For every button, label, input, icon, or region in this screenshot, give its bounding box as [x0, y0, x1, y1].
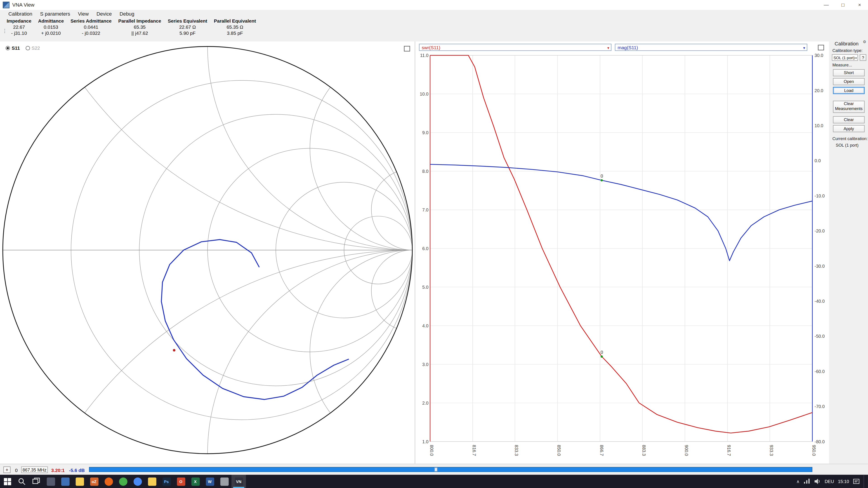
open-button[interactable]: Open: [833, 78, 865, 85]
svg-text:20.0: 20.0: [815, 88, 823, 93]
calibration-sidebar: Calibration ⚙ Calibration type: SOL (1 p…: [830, 39, 868, 464]
current-calibration-label: Current calibration:: [832, 136, 868, 141]
firefox-browser[interactable]: [101, 475, 116, 488]
folder-2[interactable]: [145, 475, 159, 488]
measure-label: Measure...: [832, 63, 852, 68]
close-button[interactable]: ×: [851, 0, 868, 10]
readout-value: - j31.10: [7, 31, 31, 36]
svg-text:5.0: 5.0: [422, 285, 428, 290]
s11-radio[interactable]: S11: [6, 45, 20, 51]
main-area: S11 S22 11.010.09.08.07.06.05.04.03.02.0…: [0, 39, 868, 464]
svg-text:0.0: 0.0: [815, 158, 821, 163]
vna-view-active-icon: VN: [235, 477, 243, 486]
system-tray: ∧ DEU 15:10: [796, 475, 868, 488]
app-icon: [3, 2, 9, 8]
file-explorer-icon: [75, 477, 84, 486]
maximize-button[interactable]: □: [835, 0, 851, 10]
action-center-icon[interactable]: [853, 478, 860, 484]
trace2-label: mag(S11): [618, 45, 638, 50]
language-indicator[interactable]: DEU: [825, 479, 834, 484]
trace1-label: swr(S11): [422, 45, 440, 50]
task-view-button[interactable]: [29, 475, 43, 488]
plot-grid: [430, 55, 812, 442]
app-orange-tool[interactable]: oZ: [87, 475, 101, 488]
clear-measurements-button[interactable]: Clear Measurements: [833, 101, 865, 113]
marker-label: 0: [600, 350, 603, 355]
trace2-selector[interactable]: mag(S11) ▾: [615, 43, 807, 51]
calibration-type-select[interactable]: SOL (1 port) ▾: [832, 54, 858, 61]
task-view-icon: [32, 477, 40, 485]
app-media[interactable]: [43, 475, 58, 488]
chevron-down-icon: ▾: [803, 45, 805, 51]
xy-plot[interactable]: 11.010.09.08.07.06.05.04.03.02.01.030.02…: [416, 41, 829, 464]
svg-text:833.3: 833.3: [514, 445, 519, 456]
excel-icon: X: [191, 477, 199, 486]
marker-label: 0: [600, 173, 603, 178]
maximize-panel-icon[interactable]: [818, 45, 824, 50]
menu-view[interactable]: View: [74, 11, 93, 16]
marker-index: 0: [15, 467, 18, 473]
readout-value: - j0.0322: [70, 31, 112, 36]
svg-text:4.0: 4.0: [422, 323, 428, 328]
readout-header: Series Admittance: [70, 18, 112, 24]
clear-button[interactable]: Clear: [833, 116, 865, 123]
vna-view-active[interactable]: VN: [231, 475, 246, 488]
trace1-selector[interactable]: swr(S11) ▾: [419, 43, 612, 51]
readout-series-admittance: Series Admittance 0.0441 - j0.0322: [70, 18, 112, 36]
menu-debug[interactable]: Debug: [116, 11, 138, 16]
svg-text:-50.0: -50.0: [815, 334, 825, 339]
readout-parallel-impedance: Parallel Impedance 65.35 || j47.62: [118, 18, 161, 36]
s22-radio-label: S22: [31, 45, 40, 51]
svg-text:8.0: 8.0: [422, 169, 428, 174]
readout-value: + j0.0210: [38, 31, 64, 36]
readout-value: 0.0441: [70, 24, 112, 30]
excel[interactable]: X: [188, 475, 203, 488]
menu-s-parameters[interactable]: S parameters: [36, 11, 74, 16]
slider-handle[interactable]: [435, 467, 437, 471]
search-icon: [18, 477, 26, 485]
s11-radio-label: S11: [12, 45, 20, 51]
chrome-browser[interactable]: [130, 475, 145, 488]
menu-bar: Calibration S parameters View Device Deb…: [0, 10, 868, 17]
svg-text:-40.0: -40.0: [815, 299, 825, 304]
search-button[interactable]: [14, 475, 29, 488]
short-button[interactable]: Short: [833, 69, 865, 76]
app-red-o[interactable]: O: [174, 475, 188, 488]
photoshop[interactable]: Ps: [159, 475, 174, 488]
svg-text:10.0: 10.0: [815, 123, 823, 128]
marker-frequency-field[interactable]: 867.35 MHz: [21, 466, 48, 473]
file-explorer[interactable]: [72, 475, 87, 488]
apply-button[interactable]: Apply: [833, 125, 865, 132]
svg-text:-70.0: -70.0: [815, 404, 825, 409]
taskbar: oZPsOXWVN ∧ DEU 15:10: [0, 475, 868, 488]
svg-text:916.7: 916.7: [726, 445, 732, 456]
start-button[interactable]: [0, 475, 14, 488]
show-desktop-button[interactable]: [864, 475, 866, 488]
readout-value: 65.35 Ω: [214, 24, 256, 30]
clock[interactable]: 15:10: [838, 479, 849, 484]
app-green[interactable]: [116, 475, 130, 488]
app-mail[interactable]: [58, 475, 72, 488]
svg-text:2.0: 2.0: [422, 400, 428, 405]
readout-value: 0.0153: [38, 24, 64, 30]
x-tick-labels: 800.0816.7833.3850.0866.7883.3900.0916.7…: [429, 445, 816, 456]
s22-radio[interactable]: S22: [25, 45, 40, 51]
smith-chart[interactable]: [0, 41, 414, 464]
frequency-slider[interactable]: [89, 467, 812, 472]
minimize-button[interactable]: —: [818, 0, 835, 10]
svg-text:9.0: 9.0: [422, 130, 428, 135]
svg-text:866.7: 866.7: [599, 445, 604, 456]
tray-chevron-up-icon[interactable]: ∧: [796, 479, 800, 484]
word[interactable]: W: [203, 475, 217, 488]
add-marker-button[interactable]: +: [3, 466, 11, 473]
menu-device[interactable]: Device: [93, 11, 116, 16]
menu-calibration[interactable]: Calibration: [4, 11, 36, 16]
panel-options-icon[interactable]: ⚙: [863, 40, 866, 44]
svg-text:3.0: 3.0: [422, 362, 428, 367]
svg-text:11.0: 11.0: [420, 53, 429, 58]
volume-icon[interactable]: [814, 479, 821, 484]
load-button[interactable]: Load: [833, 87, 865, 94]
network-icon[interactable]: [804, 479, 810, 484]
app-gray[interactable]: [217, 475, 231, 488]
help-button[interactable]: ?: [860, 54, 866, 61]
